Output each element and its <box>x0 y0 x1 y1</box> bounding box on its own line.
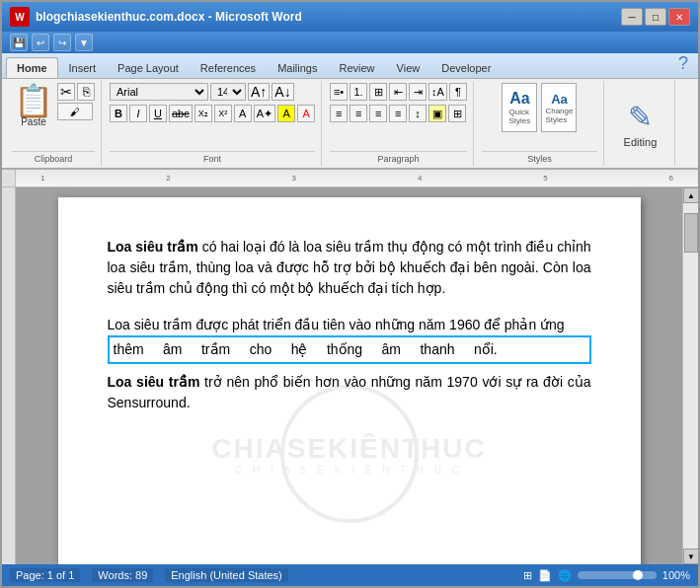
quick-styles-label: QuickStyles <box>509 108 531 125</box>
minimize-button[interactable]: ─ <box>621 8 643 26</box>
align-right-button[interactable]: ≡ <box>369 105 387 122</box>
title-bar-left: W blogchiasekienthuc.com.docx - Microsof… <box>10 7 302 27</box>
paragraph-2: Loa siêu trầm được phát triển đầu tiên v… <box>108 315 591 335</box>
strikethrough-button[interactable]: abc <box>169 105 193 122</box>
tab-mailings[interactable]: Mailings <box>267 57 328 78</box>
styles-boxes: Aa QuickStyles Aa ChangeStyles <box>502 83 577 132</box>
words-status: Words: 89 <box>92 568 153 582</box>
quick-styles-button[interactable]: Aa QuickStyles <box>502 83 537 132</box>
vertical-ruler <box>2 187 16 564</box>
ruler-mark-4: 4 <box>418 174 422 183</box>
document-scroll[interactable]: Loa siêu trầm có hai loại đó là loa siêu… <box>16 187 682 564</box>
watermark-text: CHIASEKIÊNTHUC C H I A S E K I Ê N T H U… <box>211 433 486 476</box>
view-layout-button[interactable]: ⊞ <box>523 569 532 582</box>
font-color-button[interactable]: A <box>297 105 315 122</box>
scroll-up-button[interactable]: ▲ <box>683 187 698 203</box>
document-content: Loa siêu trầm có hai loại đó là loa siêu… <box>108 237 591 413</box>
clipboard-sub-buttons: ✂ ⎘ 🖌 <box>57 83 95 120</box>
align-left-button[interactable]: ≡ <box>330 105 348 122</box>
shading-button[interactable]: ▣ <box>428 105 446 122</box>
numbering-button[interactable]: 1. <box>350 83 367 101</box>
line-spacing-button[interactable]: ↕ <box>409 105 427 122</box>
para2-text: Loa siêu trầm được phát triển đầu tiên v… <box>108 317 565 332</box>
superscript-button[interactable]: X² <box>214 105 232 122</box>
font-name-select[interactable]: Arial <box>110 83 208 101</box>
ribbon-body: 📋 Paste ✂ ⎘ 🖌 Clipboard Arial <box>2 79 698 170</box>
highlight-button[interactable]: A <box>277 105 295 122</box>
redo-qat-button[interactable]: ↪ <box>53 34 71 51</box>
change-styles-button[interactable]: Aa ChangeStyles <box>541 83 577 132</box>
tab-review[interactable]: Review <box>328 57 385 78</box>
save-qat-button[interactable]: 💾 <box>10 34 28 51</box>
word-icon-letter: W <box>15 12 24 23</box>
scroll-down-button[interactable]: ▼ <box>683 549 698 564</box>
view-read-button[interactable]: 📄 <box>538 569 552 582</box>
underline-button[interactable]: U <box>149 105 167 122</box>
close-button[interactable]: ✕ <box>668 8 690 26</box>
editing-icon: ✎ <box>628 100 653 134</box>
zoom-thumb[interactable] <box>633 570 643 580</box>
copy-button[interactable]: ⎘ <box>77 83 95 101</box>
font-name-row: Arial 14 A↑ A↓ <box>110 83 294 101</box>
paragraph-group: ≡• 1. ⊞ ⇤ ⇥ ↕A ¶ ≡ ≡ ≡ ≡ ↕ ▣ ⊞ <box>324 81 474 166</box>
styles-label: Styles <box>482 151 597 164</box>
align-center-button[interactable]: ≡ <box>350 105 367 122</box>
paragraph-highlighted: thêm âm trầm cho hệ thống âm thanh nổi. <box>108 335 591 364</box>
ruler-mark-3: 3 <box>292 174 296 183</box>
tab-references[interactable]: References <box>190 57 267 78</box>
zoom-area: ⊞ 📄 🌐 100% <box>523 569 690 582</box>
font-content: Arial 14 A↑ A↓ B I U abc X₂ X² A A✦ <box>110 83 315 149</box>
text-effect-button[interactable]: A✦ <box>254 105 275 122</box>
window-title: blogchiasekienthuc.com.docx - Microsoft … <box>36 10 302 24</box>
sort-button[interactable]: ↕A <box>428 83 447 101</box>
bold-button[interactable]: B <box>110 105 127 122</box>
italic-button[interactable]: I <box>129 105 147 122</box>
cut-button[interactable]: ✂ <box>57 83 75 101</box>
increase-font-button[interactable]: A↑ <box>248 83 270 101</box>
qat-dropdown-button[interactable]: ▼ <box>75 34 93 51</box>
decrease-font-button[interactable]: A↓ <box>272 83 293 101</box>
tab-home[interactable]: Home <box>6 57 58 78</box>
justify-button[interactable]: ≡ <box>389 105 407 122</box>
styles-content: Aa QuickStyles Aa ChangeStyles <box>502 83 577 149</box>
bullets-button[interactable]: ≡• <box>330 83 348 101</box>
subscript-button[interactable]: X₂ <box>194 105 212 122</box>
maximize-button[interactable]: □ <box>645 8 666 26</box>
quick-access-toolbar: 💾 ↩ ↪ ▼ <box>2 32 698 53</box>
list-row: ≡• 1. ⊞ ⇤ ⇥ ↕A ¶ <box>330 83 467 101</box>
paste-button[interactable]: 📋 Paste <box>12 83 55 129</box>
paste-label: Paste <box>21 116 46 127</box>
clear-format-button[interactable]: A <box>234 105 252 122</box>
paragraph-1: Loa siêu trầm có hai loại đó là loa siêu… <box>108 237 591 299</box>
language-status[interactable]: English (United States) <box>165 568 288 582</box>
document-area: Loa siêu trầm có hai loại đó là loa siêu… <box>2 187 698 564</box>
tab-view[interactable]: View <box>386 57 431 78</box>
zoom-slider[interactable] <box>578 571 657 579</box>
para4-bold: Loa siêu trầm <box>108 374 200 390</box>
multilevel-button[interactable]: ⊞ <box>369 83 387 101</box>
tab-page-layout[interactable]: Page Layout <box>107 57 190 78</box>
font-size-select[interactable]: 14 <box>210 83 246 101</box>
change-styles-icon: Aa <box>551 92 568 107</box>
undo-qat-button[interactable]: ↩ <box>32 34 49 51</box>
help-icon[interactable]: ? <box>672 49 694 78</box>
horizontal-ruler: 1 2 3 4 5 6 <box>16 170 698 186</box>
ruler-mark-2: 2 <box>166 174 170 183</box>
show-formatting-button[interactable]: ¶ <box>449 83 467 101</box>
window-controls: ─ □ ✕ <box>621 8 690 26</box>
tab-developer[interactable]: Developer <box>430 57 502 78</box>
ribbon-tabs: Home Insert Page Layout References Maili… <box>2 53 698 79</box>
view-web-button[interactable]: 🌐 <box>558 569 572 582</box>
increase-indent-button[interactable]: ⇥ <box>409 83 427 101</box>
scrollbar-thumb[interactable] <box>684 213 698 253</box>
tab-insert[interactable]: Insert <box>58 57 108 78</box>
borders-button[interactable]: ⊞ <box>448 105 466 122</box>
editing-content: ✎ Editing <box>624 83 658 164</box>
status-bar: Page: 1 of 1 Words: 89 English (United S… <box>2 564 698 586</box>
right-scrollbar: ▲ ▼ <box>682 187 698 564</box>
clipboard-content: 📋 Paste ✂ ⎘ 🖌 <box>12 83 95 149</box>
decrease-indent-button[interactable]: ⇤ <box>389 83 407 101</box>
para-content: ≡• 1. ⊞ ⇤ ⇥ ↕A ¶ ≡ ≡ ≡ ≡ ↕ ▣ ⊞ <box>330 83 467 149</box>
ruler-mark-5: 5 <box>543 174 547 183</box>
format-painter-button[interactable]: 🖌 <box>57 103 93 120</box>
